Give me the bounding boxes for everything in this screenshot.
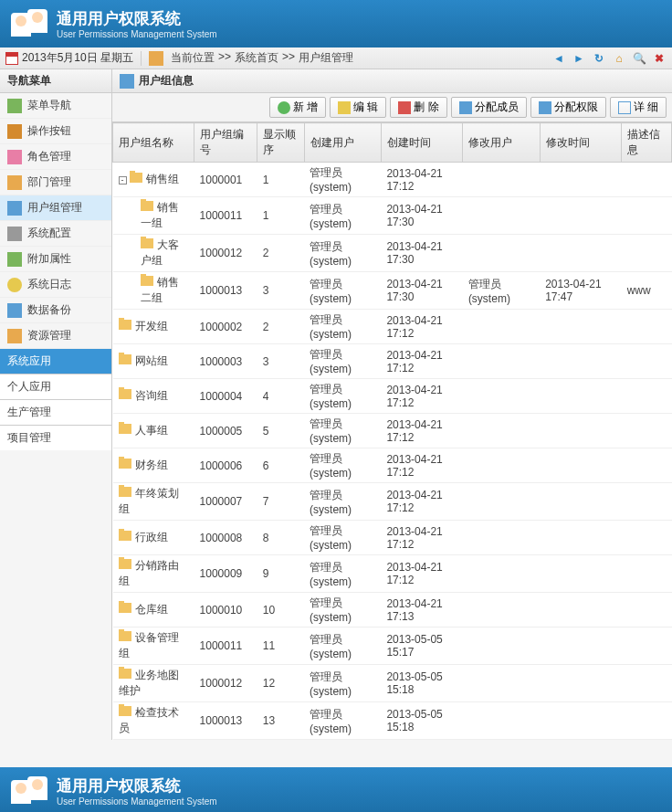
assign-member-button[interactable]: 分配成员 bbox=[451, 97, 527, 118]
sidebar-item[interactable]: 部门管理 bbox=[0, 170, 111, 195]
app-subtitle: User Permissions Management System bbox=[57, 796, 217, 807]
table-row[interactable]: 业务地图维护100001212管理员(system)2013-05-05 15:… bbox=[113, 665, 672, 702]
col-header[interactable]: 修改用户 bbox=[463, 123, 540, 163]
close-icon[interactable]: ✖ bbox=[652, 51, 667, 66]
assign-perm-button[interactable]: 分配权限 bbox=[530, 97, 606, 118]
panel-title: 用户组信息 bbox=[112, 69, 672, 93]
sidebar-category[interactable]: 系统应用 bbox=[0, 349, 111, 374]
table-row[interactable]: 开发组10000022管理员(system)2013-04-21 17:12 bbox=[113, 310, 672, 344]
app-banner: 通用用户权限系统 User Permissions Management Sys… bbox=[0, 767, 672, 812]
app-title: 通用用户权限系统 bbox=[57, 775, 217, 796]
col-header[interactable]: 创建用户 bbox=[304, 123, 381, 163]
table-row[interactable]: 咨询组10000044管理员(system)2013-04-21 17:12 bbox=[113, 379, 672, 414]
group-name: 仓库组 bbox=[135, 603, 168, 616]
folder-icon bbox=[119, 531, 131, 541]
sidebar-category[interactable]: 生产管理 bbox=[0, 399, 111, 425]
sidebar-item-label: 用户组管理 bbox=[27, 200, 82, 216]
sidebar-item-label: 数据备份 bbox=[27, 302, 71, 318]
group-name: 开发组 bbox=[135, 320, 168, 332]
nav-back-icon[interactable]: ◄ bbox=[551, 51, 566, 66]
table-row[interactable]: -销售组10000011管理员(system)2013-04-21 17:12 bbox=[113, 163, 672, 197]
sidebar-item-label: 系统配置 bbox=[27, 226, 71, 241]
search-icon[interactable]: 🔍 bbox=[632, 51, 646, 66]
app-banner: 通用用户权限系统 User Permissions Management Sys… bbox=[0, 0, 672, 47]
assign-perm-icon bbox=[539, 101, 551, 114]
table-row[interactable]: 设备管理组100001111管理员(system)2013-05-05 15:1… bbox=[113, 627, 672, 665]
table-row[interactable]: 人事组10000055管理员(system)2013-04-21 17:12 bbox=[113, 414, 672, 448]
sidebar-item[interactable]: 用户组管理 bbox=[0, 195, 111, 221]
sidebar-item-icon bbox=[7, 329, 22, 343]
folder-icon bbox=[119, 424, 131, 434]
breadcrumb-item[interactable]: 系统首页 bbox=[235, 50, 278, 66]
table-row[interactable]: 分销路由组10000099管理员(system)2013-04-21 17:12 bbox=[113, 555, 672, 593]
sidebar-item[interactable]: 角色管理 bbox=[0, 144, 111, 170]
sidebar-item[interactable]: 系统配置 bbox=[0, 221, 111, 247]
sidebar-item[interactable]: 资源管理 bbox=[0, 323, 111, 349]
sidebar-title: 导航菜单 bbox=[0, 69, 111, 93]
table-row[interactable]: 财务组10000066管理员(system)2013-04-21 17:12 bbox=[113, 448, 672, 483]
main-panel: 用户组信息 新 增 编 辑 删 除 分配成员 分配权限 详 细 用户组名称用户组… bbox=[112, 69, 672, 740]
sidebar-item[interactable]: 数据备份 bbox=[0, 298, 111, 323]
toolbar: 新 增 编 辑 删 除 分配成员 分配权限 详 细 bbox=[112, 93, 672, 122]
sidebar-item-icon bbox=[7, 252, 22, 267]
sidebar-item-icon bbox=[7, 227, 22, 241]
table-row[interactable]: 仓库组100001010管理员(system)2013-04-21 17:13 bbox=[113, 593, 672, 627]
table-row[interactable]: 网站组10000033管理员(system)2013-04-21 17:12 bbox=[113, 344, 672, 379]
col-header[interactable]: 用户组编号 bbox=[194, 123, 257, 163]
folder-icon bbox=[119, 320, 131, 330]
group-name: 行政组 bbox=[135, 531, 168, 543]
table-row[interactable]: 销售二组10000133管理员(system)2013-04-21 17:30管… bbox=[113, 272, 672, 310]
delete-icon bbox=[398, 101, 411, 114]
group-name: 人事组 bbox=[135, 424, 168, 437]
breadcrumb-label: 当前位置 bbox=[171, 50, 215, 66]
sidebar-item-label: 资源管理 bbox=[27, 328, 71, 343]
nav-forward-icon[interactable]: ► bbox=[572, 51, 586, 66]
expand-icon[interactable]: - bbox=[119, 176, 127, 185]
sidebar-item[interactable]: 系统日志 bbox=[0, 272, 111, 298]
group-name: 咨询组 bbox=[135, 389, 168, 402]
table-row[interactable]: 大客户组10000122管理员(system)2013-04-21 17:30 bbox=[113, 235, 672, 272]
col-header[interactable]: 描述信息 bbox=[622, 123, 672, 163]
col-header[interactable]: 显示顺序 bbox=[257, 123, 304, 163]
sidebar-item-icon bbox=[7, 150, 22, 164]
col-header[interactable]: 修改时间 bbox=[540, 123, 621, 163]
edit-button[interactable]: 编 辑 bbox=[330, 97, 386, 118]
detail-button[interactable]: 详 细 bbox=[610, 97, 667, 118]
usergroup-table: 用户组名称用户组编号显示顺序创建用户创建时间修改用户修改时间描述信息 -销售组1… bbox=[112, 122, 672, 740]
folder-icon bbox=[119, 669, 131, 679]
avatar-icon bbox=[11, 7, 47, 40]
edit-icon bbox=[338, 101, 351, 114]
calendar-icon bbox=[5, 52, 18, 65]
sidebar-item[interactable]: 附加属性 bbox=[0, 247, 111, 272]
group-name: 财务组 bbox=[135, 459, 168, 471]
breadcrumb-item[interactable]: 用户组管理 bbox=[299, 50, 353, 66]
col-header[interactable]: 创建时间 bbox=[381, 123, 462, 163]
sidebar-item-icon bbox=[7, 278, 22, 292]
sidebar-item-icon bbox=[7, 124, 22, 139]
folder-icon bbox=[119, 389, 131, 399]
col-header[interactable]: 用户组名称 bbox=[113, 123, 194, 163]
sidebar-item[interactable]: 菜单导航 bbox=[0, 93, 111, 119]
table-row[interactable]: 检查技术员100001313管理员(system)2013-05-05 15:1… bbox=[113, 702, 672, 740]
assign-member-icon bbox=[459, 101, 472, 114]
sidebar-item-icon bbox=[7, 201, 22, 216]
folder-icon bbox=[119, 631, 131, 641]
nav-sidebar: 导航菜单 菜单导航操作按钮角色管理部门管理用户组管理系统配置附加属性系统日志数据… bbox=[0, 69, 112, 740]
folder-icon bbox=[119, 487, 131, 497]
delete-button[interactable]: 删 除 bbox=[390, 97, 446, 118]
breadcrumb: 当前位置 >> 系统首页 >> 用户组管理 bbox=[171, 50, 353, 66]
folder-icon bbox=[119, 459, 131, 469]
table-row[interactable]: 年终策划组10000077管理员(system)2013-04-21 17:12 bbox=[113, 483, 672, 521]
home-icon[interactable]: ⌂ bbox=[612, 51, 626, 66]
add-button[interactable]: 新 增 bbox=[269, 97, 326, 118]
panel-icon bbox=[120, 74, 134, 89]
table-row[interactable]: 销售一组10000111管理员(system)2013-04-21 17:30 bbox=[113, 197, 672, 235]
folder-icon bbox=[141, 276, 153, 286]
date-display: 2013年5月10日 星期五 bbox=[5, 50, 133, 66]
sidebar-category[interactable]: 项目管理 bbox=[0, 425, 111, 450]
sidebar-category[interactable]: 个人应用 bbox=[0, 374, 111, 399]
refresh-icon[interactable]: ↻ bbox=[592, 51, 606, 66]
sidebar-item[interactable]: 操作按钮 bbox=[0, 119, 111, 144]
table-row[interactable]: 行政组10000088管理员(system)2013-04-21 17:12 bbox=[113, 521, 672, 555]
topbar: 2013年5月10日 星期五 当前位置 >> 系统首页 >> 用户组管理 ◄ ►… bbox=[0, 47, 672, 69]
